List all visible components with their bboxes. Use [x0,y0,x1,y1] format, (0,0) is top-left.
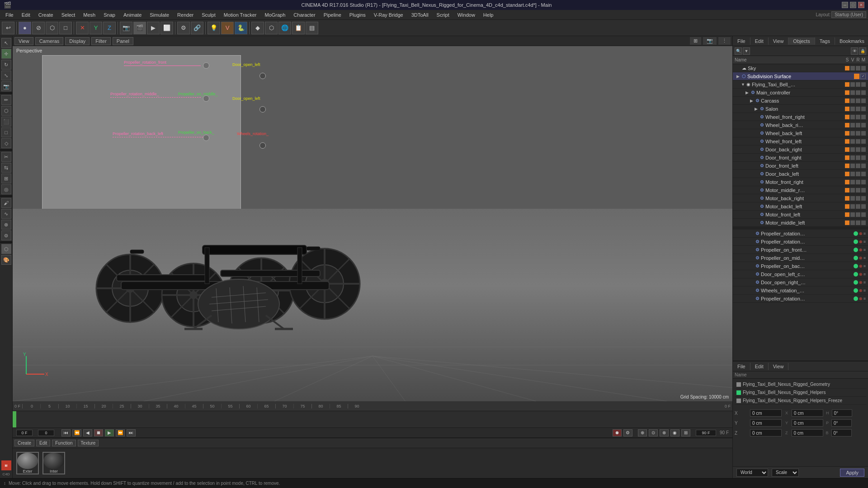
tree-item-door-back-r[interactable]: ⚙ Door_back_right [733,145,868,154]
menu-render[interactable]: Render [174,11,197,19]
coord-x-pos[interactable] [750,409,782,417]
tree-item-motor-fl[interactable]: ⚙ Motor_front_left [733,211,868,219]
obj-lock-toggle[interactable]: 🔒 [859,47,866,55]
menu-vray[interactable]: V-Ray Bridge [370,11,407,19]
playback-mode-3[interactable]: ⊗ [660,429,669,436]
menu-mesh[interactable]: Mesh [80,11,99,19]
tool-materials[interactable]: ⬡ [1,244,11,254]
motion-record-btn[interactable]: ⚙ [623,429,632,436]
menu-animate[interactable]: Animate [120,11,145,19]
toolbar-python[interactable]: 🐍 [235,22,247,34]
tool-sculpt-2[interactable]: ∿ [1,209,11,219]
toolbar-objects[interactable]: ◆ [251,22,264,34]
tree-item-carcass[interactable]: ▶ ⚙ Carcass [733,97,868,105]
tool-camera[interactable]: 📷 [1,81,11,91]
viewport-tab-view[interactable]: View [14,37,33,45]
menu-pipeline[interactable]: Pipeline [320,11,345,19]
tool-edge[interactable]: ⬡ [1,106,11,116]
mat-create-btn[interactable]: Create [14,440,34,446]
tree-item-salon[interactable]: ▶ ⚙ Salon [733,105,868,113]
toolbar-scene[interactable]: 🌐 [278,22,291,34]
tree-item-motor-back-l[interactable]: ⚙ Motor_backt_left [733,202,868,211]
coord-h-val[interactable] [832,409,852,417]
tool-magnet[interactable]: ⊗ [1,220,11,230]
tree-item-prop-mid-ctrl[interactable]: ⚙ Propeller_rotation_middle_controller ⊗… [733,230,868,238]
coord-y-size[interactable] [792,419,823,427]
tool-extrude[interactable]: □ [1,127,11,137]
tool-bevel[interactable]: ◇ [1,138,11,148]
mat-function-btn[interactable]: Function [52,440,75,446]
toolbar-console[interactable]: ▤ [306,22,318,34]
playback-mode-5[interactable]: ⊞ [681,429,690,436]
menu-simulate[interactable]: Simulate [146,11,173,19]
tree-item-wheel-fr[interactable]: ⚙ Wheel_front_right [733,113,868,121]
tree-item-wheel-bl[interactable]: ⚙ Wheel_back_left [733,129,868,137]
coord-b-val[interactable] [831,429,852,436]
tool-move[interactable]: ✛ [1,49,11,59]
toolbar-undo[interactable]: ↩ [2,22,14,34]
menu-character[interactable]: Character [290,11,319,19]
maximize-btn[interactable]: □ [850,2,856,8]
tree-item-motor-fr[interactable]: ⚙ Motor_front_right [733,178,868,186]
mat-edit-btn[interactable]: Edit [36,440,50,446]
tree-item-flying-taxi[interactable]: ▼ ◉ Flying_Taxi_Bell_Nexus_Rigged [733,80,868,89]
attr-item-3[interactable]: Flying_Taxi_Bell_Nexus_Rigged_Helpers_Fr… [735,397,866,405]
play-back-btn[interactable]: ◀ [83,429,92,436]
toolbar-render[interactable]: 🎬 [133,22,146,34]
viewport-tab-filter[interactable]: Filter [91,37,110,45]
tree-item-door-back-l[interactable]: ⚙ Door_back_left [733,170,868,178]
tree-item-motor-back-r[interactable]: ⚙ Motor_back_right [733,194,868,202]
viewport-tab-cameras[interactable]: Cameras [35,37,64,45]
minimize-btn[interactable]: ─ [842,2,848,8]
obj-search-icon[interactable]: 🔍 [735,47,742,55]
attr-tab-view[interactable]: View [769,363,789,370]
tree-item-door-open-r-ctrl[interactable]: ⚙ Door_open_right_controller ⊗ ≡ [733,278,868,286]
right-tab-view[interactable]: View [769,38,789,45]
viewport-icon-dots[interactable]: ⋮ [718,37,731,45]
menu-plugins[interactable]: Plugins [346,11,369,19]
tool-paint[interactable]: 🖌 [1,198,11,208]
menu-sculpt[interactable]: Sculpt [198,11,219,19]
timeline-playhead[interactable] [13,411,16,427]
menu-select[interactable]: Select [58,11,79,19]
tree-item-door-open-l-ctrl[interactable]: ⚙ Door_open_left_controller ⊗ ≡ [733,270,868,278]
play-forward-btn[interactable]: ▶ [105,429,114,436]
tool-palette[interactable]: 🎨 [1,255,11,265]
tree-item-prop-on-mid-ctrl[interactable]: ⚙ Propeller_on_middle_controller ⊗ ≡ [733,254,868,262]
next-frame-btn[interactable]: ⏩ [116,429,125,436]
menu-window[interactable]: Window [454,11,479,19]
material-swatch-interior[interactable]: Inter [42,452,65,474]
viewport-tab-panel[interactable]: Panel [113,37,133,45]
menu-help[interactable]: Help [480,11,497,19]
obj-filter-icon[interactable]: ▼ [743,47,750,55]
go-to-start-btn[interactable]: ⏮ [61,429,71,436]
attr-tab-file[interactable]: File [733,363,750,370]
toolbar-mode-obj[interactable]: □ [59,22,72,34]
obj-vis-toggle[interactable]: 👁 [851,47,858,55]
coord-scale-dropdown[interactable]: Scale [772,469,799,477]
toolbar-move-x[interactable]: ✕ [76,22,89,34]
tree-item-prop-front-ctrl[interactable]: ⚙ Propeller_on_front_controller ⊗ ≡ [733,246,868,254]
right-tab-edit[interactable]: Edit [750,38,769,45]
coord-z-pos[interactable] [750,429,782,436]
attr-item-1[interactable]: Flying_Taxi_Bell_Nexus_Rigged_Geometry [735,380,866,389]
layout-value[interactable]: Startup (User) [831,11,866,18]
menu-file[interactable]: File [2,11,17,19]
tree-item-door-front-r[interactable]: ⚙ Door_front_right [733,154,868,162]
fps-input[interactable] [38,430,54,436]
toolbar-material[interactable]: ⬡ [265,22,278,34]
toolbar-render-to[interactable]: ⬜ [160,22,173,34]
coord-p-val[interactable] [831,419,852,427]
tool-point-pen[interactable]: ✏ [1,95,11,105]
viewport-3d[interactable]: Perspective Propeller_rotation_front Doo… [13,46,732,401]
close-btn[interactable]: ✕ [858,2,864,8]
viewport-icon-fit[interactable]: ⊞ [690,37,701,45]
timeline-tracks[interactable] [13,411,732,427]
menu-mograph[interactable]: MoGraph [261,11,289,19]
right-tab-file[interactable]: File [733,38,750,45]
tree-item-motor-mr[interactable]: ⚙ Motor_middle_right [733,186,868,194]
attr-tab-edit[interactable]: Edit [750,363,769,370]
tree-item-prop-rot-front-ctrl[interactable]: ⚙ Propeller_rotation_front_controller ⊗ … [733,295,868,303]
tool-jitter[interactable]: ⊜ [1,230,11,240]
toolbar-move-z[interactable]: Z [103,22,116,34]
